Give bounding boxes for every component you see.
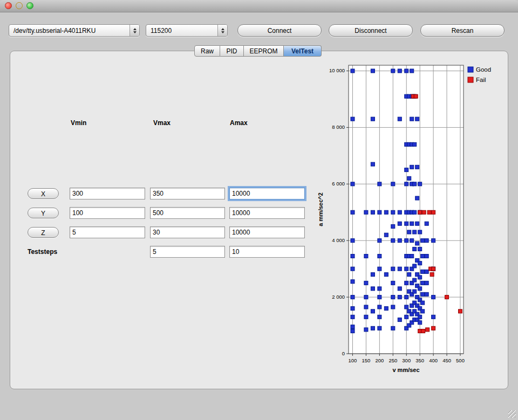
scatter-point (398, 295, 401, 299)
scatter-point (351, 315, 355, 319)
scatter-point (391, 305, 395, 309)
disconnect-button[interactable]: Disconnect (329, 24, 413, 37)
scatter-point (405, 267, 408, 271)
scatter-point (405, 305, 408, 309)
scatter-point (351, 325, 355, 329)
scatter-point (371, 273, 374, 277)
titlebar (0, 0, 518, 12)
zoom-button[interactable] (26, 2, 33, 9)
z-vmax-field[interactable] (150, 226, 225, 238)
svg-text:500: 500 (456, 357, 465, 363)
svg-text:10 000: 10 000 (329, 67, 345, 73)
scatter-point (384, 233, 388, 237)
scatter-point (432, 267, 435, 271)
veltest-panel: Vmin Vmax Amax X Y Z Teststeps 100150200… (10, 51, 508, 389)
serial-port-value: /dev/tty.usbserial-A4011RKU (9, 27, 130, 35)
scatter-point (405, 281, 408, 285)
z-amax-field[interactable] (229, 226, 305, 238)
scatter-point (364, 281, 368, 285)
teststeps-field-1[interactable] (150, 246, 225, 258)
scatter-point (405, 182, 408, 186)
y-amax-field[interactable] (229, 207, 305, 219)
scatter-point (371, 309, 374, 313)
veltest-chart: 10015020025030035040045050002 0004 0006 … (315, 60, 509, 387)
scatter-point (415, 196, 419, 200)
scatter-point (384, 210, 388, 214)
x-amax-field[interactable] (229, 188, 305, 199)
scatter-point (391, 224, 395, 228)
scatter-point (371, 117, 374, 121)
scatter-point (432, 326, 435, 330)
scatter-point (418, 230, 422, 234)
y-axis-button[interactable]: Y (28, 208, 59, 218)
scatter-point (398, 69, 401, 73)
scatter-point (425, 292, 428, 296)
scatter-point (398, 239, 401, 243)
x-axis-button[interactable]: X (28, 188, 59, 199)
z-vmin-field[interactable] (70, 226, 145, 238)
teststeps-label: Teststeps (28, 248, 57, 256)
scatter-point (371, 162, 374, 166)
scatter-point (407, 273, 411, 277)
z-axis-button[interactable]: Z (28, 227, 59, 238)
scatter-point (421, 254, 425, 258)
scatter-point (391, 295, 395, 299)
resize-grip[interactable] (508, 410, 516, 418)
tab-pid[interactable]: PID (220, 45, 244, 57)
baud-rate-select[interactable]: 115200 (146, 24, 228, 37)
arrow-down-icon (133, 31, 137, 33)
tab-veltest[interactable]: VelTest (284, 45, 322, 57)
scatter-point (378, 182, 381, 186)
minimize-button[interactable] (16, 2, 23, 9)
scatter-point (413, 230, 417, 234)
scatter-point (391, 69, 395, 73)
tab-eeprom[interactable]: EEPROM (244, 45, 284, 57)
svg-text:0: 0 (342, 350, 345, 356)
serial-port-select[interactable]: /dev/tty.usbserial-A4011RKU (9, 24, 140, 37)
x-vmin-field[interactable] (70, 188, 145, 199)
scatter-point (415, 242, 419, 245)
svg-text:200: 200 (375, 357, 384, 363)
scatter-point (378, 315, 381, 319)
scatter-point (378, 287, 381, 291)
scatter-point (351, 280, 355, 284)
scatter-point (407, 176, 411, 180)
scatter-point (364, 254, 368, 258)
scatter-point (398, 287, 401, 291)
scatter-point (421, 270, 425, 273)
scatter-plot: 10015020025030035040045050002 0004 0006 … (315, 60, 509, 387)
scatter-point (351, 69, 355, 73)
x-vmax-field[interactable] (150, 188, 225, 199)
teststeps-field-2[interactable] (229, 246, 305, 258)
svg-text:450: 450 (442, 357, 451, 363)
rescan-button[interactable]: Rescan (420, 24, 505, 37)
scatter-point (405, 239, 408, 243)
tab-raw[interactable]: Raw (194, 45, 220, 57)
svg-text:100: 100 (349, 357, 357, 363)
combo-stepper-icon (217, 25, 227, 36)
scatter-point (425, 254, 428, 258)
scatter-point (398, 117, 401, 121)
scatter-point (364, 295, 368, 299)
scatter-point (378, 326, 381, 330)
close-button[interactable] (5, 2, 12, 9)
scatter-point (418, 321, 422, 325)
scatter-point (351, 239, 355, 243)
vmin-column-header: Vmin (71, 119, 86, 127)
scatter-point (410, 254, 414, 258)
y-vmin-field[interactable] (70, 207, 145, 219)
svg-text:300: 300 (402, 357, 411, 363)
scatter-point (432, 210, 435, 214)
scatter-point (418, 315, 422, 319)
connect-button[interactable]: Connect (237, 24, 322, 37)
scatter-point (391, 182, 395, 186)
arrow-up-icon (221, 28, 224, 30)
scatter-point (371, 326, 374, 330)
svg-text:8 000: 8 000 (332, 124, 345, 130)
scatter-point (384, 273, 388, 277)
y-vmax-field[interactable] (150, 207, 225, 219)
scatter-point (371, 69, 374, 73)
scatter-point (413, 210, 417, 214)
scatter-point (425, 239, 428, 243)
scatter-point (378, 254, 381, 258)
